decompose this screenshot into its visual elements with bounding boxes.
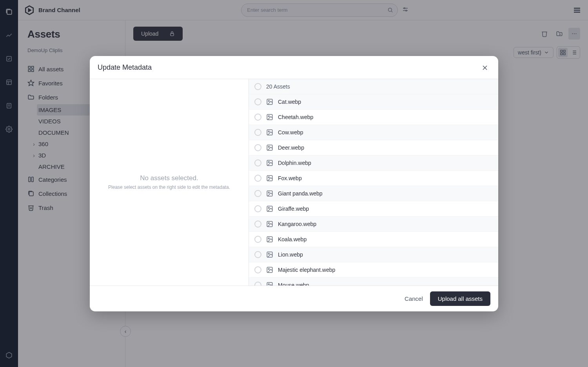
svg-point-70: [268, 284, 269, 285]
asset-radio[interactable]: [254, 114, 261, 121]
asset-count: 20 Assets: [266, 83, 290, 90]
asset-radio[interactable]: [254, 98, 261, 105]
empty-title: No assets selected.: [140, 174, 198, 182]
svg-point-52: [268, 146, 269, 147]
asset-filename: Majestic elephant.webp: [278, 267, 335, 273]
svg-point-66: [268, 253, 269, 254]
modal-title: Update Metadata: [98, 63, 152, 72]
svg-point-60: [268, 207, 269, 208]
empty-subtitle: Please select assets on the right side t…: [108, 184, 230, 190]
svg-point-58: [268, 192, 269, 193]
asset-filename: Koala.webp: [278, 236, 307, 242]
asset-row[interactable]: Lion.webp: [249, 247, 498, 262]
upload-all-button[interactable]: Upload all assets: [430, 291, 490, 306]
asset-row[interactable]: Cheetah.webp: [249, 110, 498, 125]
image-icon: [266, 266, 273, 273]
asset-row[interactable]: Koala.webp: [249, 232, 498, 247]
asset-row[interactable]: Cow.webp: [249, 125, 498, 140]
image-icon: [266, 236, 273, 243]
asset-filename: Fox.webp: [278, 175, 302, 181]
asset-row[interactable]: Kangaroo.webp: [249, 217, 498, 232]
asset-filename: Deer.webp: [278, 145, 304, 151]
asset-row[interactable]: Dolphin.webp: [249, 155, 498, 171]
asset-filename: Cow.webp: [278, 129, 303, 136]
image-icon: [266, 221, 273, 228]
asset-filename: Giraffe.webp: [278, 206, 309, 212]
asset-radio[interactable]: [254, 190, 261, 197]
svg-point-50: [268, 131, 269, 132]
image-icon: [266, 159, 273, 166]
svg-point-68: [268, 268, 269, 269]
asset-row[interactable]: Majestic elephant.webp: [249, 262, 498, 278]
asset-radio[interactable]: [254, 159, 261, 166]
svg-point-48: [268, 116, 269, 117]
image-icon: [266, 144, 273, 151]
asset-radio[interactable]: [254, 251, 261, 258]
asset-radio[interactable]: [254, 175, 261, 182]
asset-radio[interactable]: [254, 144, 261, 151]
image-icon: [266, 205, 273, 212]
image-icon: [266, 129, 273, 136]
asset-list: 20 AssetsCat.webpCheetah.webpCow.webpDee…: [249, 79, 498, 286]
empty-state: No assets selected. Please select assets…: [90, 79, 249, 286]
modal-overlay: Update Metadata No assets selected. Plea…: [0, 0, 588, 367]
asset-radio[interactable]: [254, 221, 261, 228]
asset-filename: Lion.webp: [278, 251, 303, 258]
svg-point-64: [268, 238, 269, 239]
asset-filename: Mouse.webp: [278, 282, 309, 286]
svg-point-46: [268, 100, 269, 101]
asset-row[interactable]: Cat.webp: [249, 94, 498, 110]
image-icon: [266, 282, 273, 286]
image-icon: [266, 175, 273, 182]
asset-row[interactable]: Fox.webp: [249, 171, 498, 186]
update-metadata-modal: Update Metadata No assets selected. Plea…: [90, 56, 498, 311]
svg-point-56: [268, 177, 269, 178]
image-icon: [266, 114, 273, 121]
close-icon[interactable]: [479, 62, 490, 73]
svg-point-54: [268, 161, 269, 163]
select-all-radio[interactable]: [254, 83, 261, 90]
asset-filename: Giant panda.webp: [278, 190, 323, 197]
image-icon: [266, 98, 273, 105]
asset-radio[interactable]: [254, 266, 261, 273]
image-icon: [266, 190, 273, 197]
asset-radio[interactable]: [254, 205, 261, 212]
asset-row[interactable]: Giant panda.webp: [249, 186, 498, 201]
asset-filename: Kangaroo.webp: [278, 221, 316, 227]
asset-row[interactable]: Giraffe.webp: [249, 201, 498, 217]
image-icon: [266, 251, 273, 258]
svg-point-62: [268, 222, 269, 224]
asset-row[interactable]: Deer.webp: [249, 140, 498, 155]
asset-filename: Cheetah.webp: [278, 114, 313, 120]
asset-list-header[interactable]: 20 Assets: [249, 79, 498, 94]
asset-row[interactable]: Mouse.webp: [249, 278, 498, 286]
asset-filename: Dolphin.webp: [278, 160, 311, 166]
asset-filename: Cat.webp: [278, 99, 301, 105]
asset-radio[interactable]: [254, 236, 261, 243]
asset-radio[interactable]: [254, 129, 261, 136]
cancel-button[interactable]: Cancel: [405, 295, 423, 302]
asset-radio[interactable]: [254, 282, 261, 286]
